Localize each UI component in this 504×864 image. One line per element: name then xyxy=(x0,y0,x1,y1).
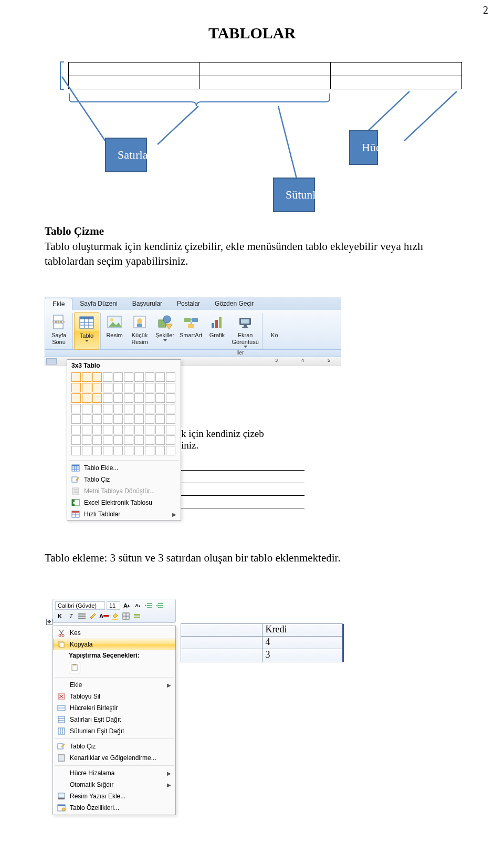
menu-item-tablo-ekle[interactable]: Tablo Ekle... xyxy=(67,462,181,474)
grid-picker-cell[interactable] xyxy=(124,446,133,455)
grid-picker-cell[interactable] xyxy=(155,446,165,455)
grid-picker-cell[interactable] xyxy=(145,404,154,413)
ribbon-btn-sayfa-sonu[interactable]: Sayfa Sonu xyxy=(46,312,71,350)
paste-option-icon[interactable] xyxy=(69,662,80,673)
grid-picker-cell[interactable] xyxy=(155,414,165,424)
font-size-field[interactable]: 11 xyxy=(107,601,120,610)
grid-picker-cell[interactable] xyxy=(166,425,175,434)
grid-picker-cell[interactable] xyxy=(134,404,144,413)
font-name-field[interactable]: Calibri (Gövde) xyxy=(55,601,105,610)
grid-picker-cell[interactable] xyxy=(82,425,91,434)
grid-picker-cell[interactable] xyxy=(71,383,81,392)
grid-picker-cell[interactable] xyxy=(82,393,91,403)
grid-picker-cell[interactable] xyxy=(92,393,102,403)
grid-picker-cell[interactable] xyxy=(155,435,165,445)
grid-picker-cell[interactable] xyxy=(166,393,175,403)
grid-picker-cell[interactable] xyxy=(92,425,102,434)
menu-item-tabloyu-sil[interactable]: Tabloyu Sil xyxy=(53,691,175,702)
grid-picker-cell[interactable] xyxy=(145,435,154,445)
bold-icon[interactable]: K xyxy=(55,611,65,621)
grid-picker-cell[interactable] xyxy=(145,383,154,392)
grid-picker-cell[interactable] xyxy=(145,446,154,455)
menu-item-ekle[interactable]: Ekle ▶ xyxy=(53,679,175,691)
grid-picker-cell[interactable] xyxy=(71,404,81,413)
table-grid-picker[interactable] xyxy=(67,372,181,459)
grid-picker-cell[interactable] xyxy=(113,435,123,445)
grid-picker-cell[interactable] xyxy=(92,372,102,382)
grid-picker-cell[interactable] xyxy=(113,446,123,455)
grid-picker-cell[interactable] xyxy=(82,414,91,424)
grid-picker-cell[interactable] xyxy=(103,425,112,434)
grid-picker-cell[interactable] xyxy=(166,435,175,445)
menu-item-tablo-ciz[interactable]: Tablo Çiz xyxy=(53,741,175,752)
borders-icon[interactable] xyxy=(121,611,131,621)
menu-item-kenarliklar[interactable]: Kenarlıklar ve Gölgelendirme... xyxy=(53,752,175,764)
ribbon-btn-partial[interactable]: Kö xyxy=(264,312,286,350)
ribbon-tab-ekle[interactable]: Ekle xyxy=(45,298,72,310)
ribbon-btn-ekran-goruntusu[interactable]: Ekran Görüntüsü xyxy=(229,312,260,350)
grid-picker-cell[interactable] xyxy=(166,446,175,455)
grid-picker-cell[interactable] xyxy=(134,414,144,424)
grid-picker-cell[interactable] xyxy=(113,425,123,434)
menu-item-resim-yazisi-ekle[interactable]: Resim Yazısı Ekle... xyxy=(53,790,175,802)
align-icon[interactable] xyxy=(77,611,87,621)
menu-item-kes[interactable]: Kes xyxy=(53,627,175,639)
grid-picker-cell[interactable] xyxy=(92,446,102,455)
grid-picker-cell[interactable] xyxy=(92,404,102,413)
menu-item-kopyala[interactable]: Kopyala xyxy=(53,639,175,650)
menu-item-tablo-ozellikleri[interactable]: Tablo Özellikleri... xyxy=(53,802,175,814)
grid-picker-cell[interactable] xyxy=(124,404,133,413)
grid-picker-cell[interactable] xyxy=(155,393,165,403)
grid-picker-cell[interactable] xyxy=(145,414,154,424)
menu-item-hizli-tablolar[interactable]: Hızlı Tablolar ▶ xyxy=(67,508,181,520)
grid-picker-cell[interactable] xyxy=(134,383,144,392)
italic-icon[interactable]: T xyxy=(66,611,76,621)
ribbon-tab-gozden-gecir[interactable]: Gözden Geçir xyxy=(207,298,261,309)
grid-picker-cell[interactable] xyxy=(71,425,81,434)
grid-picker-cell[interactable] xyxy=(82,404,91,413)
grid-picker-cell[interactable] xyxy=(113,383,123,392)
grid-picker-cell[interactable] xyxy=(82,446,91,455)
menu-item-sutunlari-esit-dagit[interactable]: Sütunları Eşit Dağıt xyxy=(53,725,175,737)
menu-item-excel-tablosu[interactable]: X Excel Elektronik Tablosu xyxy=(67,497,181,508)
ribbon-btn-tablo[interactable]: Tablo xyxy=(74,312,99,350)
ribbon-btn-resim[interactable]: Resim xyxy=(102,312,127,350)
table-move-handle[interactable]: ✥ xyxy=(46,619,52,625)
grid-picker-cell[interactable] xyxy=(71,446,81,455)
grid-picker-cell[interactable] xyxy=(103,404,112,413)
grid-picker-cell[interactable] xyxy=(134,393,144,403)
grid-picker-cell[interactable] xyxy=(71,414,81,424)
grid-picker-cell[interactable] xyxy=(155,372,165,382)
menu-item-hucre-hizalama[interactable]: Hücre Hizalama ▶ xyxy=(53,767,175,779)
grid-picker-cell[interactable] xyxy=(82,383,91,392)
grid-picker-cell[interactable] xyxy=(124,414,133,424)
grid-picker-cell[interactable] xyxy=(92,414,102,424)
grid-picker-cell[interactable] xyxy=(71,435,81,445)
grid-picker-cell[interactable] xyxy=(134,372,144,382)
grid-picker-cell[interactable] xyxy=(166,404,175,413)
grid-picker-cell[interactable] xyxy=(145,372,154,382)
grid-picker-cell[interactable] xyxy=(71,372,81,382)
shrink-font-icon[interactable]: A▾ xyxy=(133,601,142,610)
grid-picker-cell[interactable] xyxy=(103,414,112,424)
grid-picker-cell[interactable] xyxy=(124,435,133,445)
grid-picker-cell[interactable] xyxy=(113,393,123,403)
grid-picker-cell[interactable] xyxy=(124,372,133,382)
menu-item-satirlari-esit-dagit[interactable]: Satırları Eşit Dağıt xyxy=(53,714,175,725)
ribbon-tab-sayfa-duzeni[interactable]: Sayfa Düzeni xyxy=(72,298,124,309)
grid-picker-cell[interactable] xyxy=(134,425,144,434)
grid-picker-cell[interactable] xyxy=(166,372,175,382)
grid-picker-cell[interactable] xyxy=(124,425,133,434)
grid-picker-cell[interactable] xyxy=(113,372,123,382)
menu-item-otomatik-sigdir[interactable]: Otomatik Sığdır ▶ xyxy=(53,779,175,790)
grid-picker-cell[interactable] xyxy=(92,383,102,392)
grid-picker-cell[interactable] xyxy=(134,446,144,455)
grid-picker-cell[interactable] xyxy=(134,435,144,445)
grid-picker-cell[interactable] xyxy=(103,372,112,382)
ribbon-btn-grafik[interactable]: Grafik xyxy=(204,312,229,350)
grid-picker-cell[interactable] xyxy=(103,435,112,445)
ribbon-btn-sekiller[interactable]: Şekiller xyxy=(152,312,177,350)
insert-rows-icon[interactable] xyxy=(132,611,142,621)
menu-item-hucreleri-birlestir[interactable]: Hücreleri Birleştir xyxy=(53,702,175,714)
font-color-icon[interactable]: A xyxy=(99,611,109,621)
